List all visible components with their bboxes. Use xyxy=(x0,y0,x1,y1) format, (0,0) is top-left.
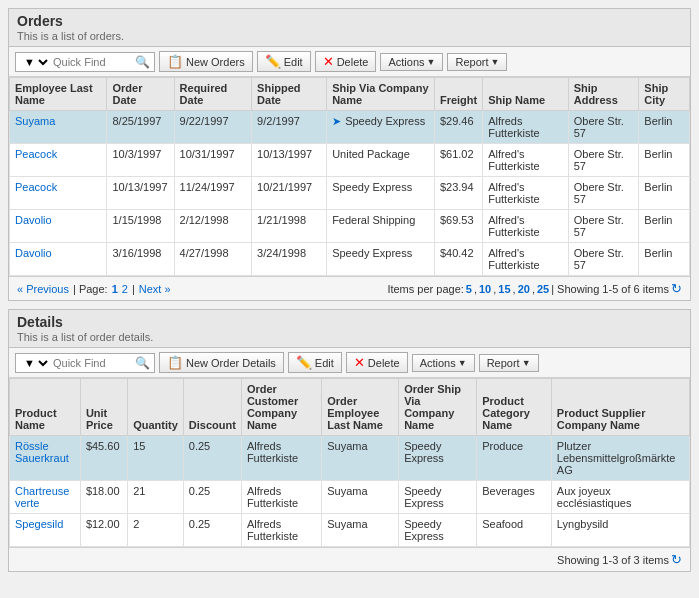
col-order-employee: Order Employee Last Name xyxy=(322,379,399,436)
required-date-cell: 10/31/1997 xyxy=(174,144,252,177)
category-cell: Produce xyxy=(477,436,552,481)
employee-link[interactable]: Peacock xyxy=(15,181,57,193)
details-table-row[interactable]: Rössle Sauerkraut $45.60 15 0.25 Alfreds… xyxy=(10,436,690,481)
required-date-cell: 11/24/1997 xyxy=(174,177,252,210)
ship-name-cell: Alfred's Futterkiste xyxy=(483,177,569,210)
detail-ship-via-cell: Speedy Express xyxy=(399,514,477,547)
ship-address-cell: Obere Str. 57 xyxy=(568,144,639,177)
details-report-dropdown[interactable]: Report ▼ xyxy=(479,354,539,372)
orders-page-label: | Page: xyxy=(73,283,108,295)
details-actions-dropdown[interactable]: Actions ▼ xyxy=(412,354,475,372)
report-caret-icon: ▼ xyxy=(490,57,499,67)
new-orders-icon: 📋 xyxy=(167,54,183,69)
orders-table: Employee Last Name Order Date Required D… xyxy=(9,77,690,276)
employee-link[interactable]: Davolio xyxy=(15,214,52,226)
col-order-customer: Order Customer Company Name xyxy=(241,379,321,436)
orders-next-link[interactable]: Next » xyxy=(139,283,171,295)
orders-edit-button[interactable]: ✏️ Edit xyxy=(257,51,311,72)
details-search-box: ▼ 🔍 xyxy=(15,353,155,373)
col-order-ship-via: Order Ship Via Company Name xyxy=(399,379,477,436)
unit-price-cell: $18.00 xyxy=(80,481,127,514)
ship-city-cell: Berlin xyxy=(639,243,690,276)
orders-per-page-10[interactable]: 10 xyxy=(479,283,491,295)
col-unit-price: Unit Price xyxy=(80,379,127,436)
details-edit-button[interactable]: ✏️ Edit xyxy=(288,352,342,373)
orders-table-row[interactable]: Peacock 10/13/1997 11/24/1997 10/21/1997… xyxy=(10,177,690,210)
detail-employee-cell: Suyama xyxy=(322,514,399,547)
details-table-row[interactable]: Spegesild $12.00 2 0.25 Alfreds Futterki… xyxy=(10,514,690,547)
orders-page-1-link[interactable]: 1 xyxy=(112,283,118,295)
orders-per-page-25[interactable]: 25 xyxy=(537,283,549,295)
required-date-cell: 9/22/1997 xyxy=(174,111,252,144)
orders-search-dropdown[interactable]: ▼ xyxy=(20,55,51,69)
product-name-link[interactable]: Chartreuse verte xyxy=(15,485,69,509)
details-pagination: Showing 1-3 of 3 items ↻ xyxy=(9,547,690,571)
details-delete-button[interactable]: ✕ Delete xyxy=(346,352,408,373)
required-date-cell: 2/12/1998 xyxy=(174,210,252,243)
details-table-row[interactable]: Chartreuse verte $18.00 21 0.25 Alfreds … xyxy=(10,481,690,514)
ship-name-cell: Alfreds Futterkiste xyxy=(483,111,569,144)
search-icon[interactable]: 🔍 xyxy=(135,55,150,69)
orders-table-row[interactable]: Davolio 1/15/1998 2/12/1998 1/21/1998 Fe… xyxy=(10,210,690,243)
detail-employee-cell: Suyama xyxy=(322,481,399,514)
orders-items-per-page-label: Items per page: xyxy=(387,283,463,295)
employee-link[interactable]: Suyama xyxy=(15,115,55,127)
orders-table-row[interactable]: Peacock 10/3/1997 10/31/1997 10/13/1997 … xyxy=(10,144,690,177)
orders-per-page-20[interactable]: 20 xyxy=(518,283,530,295)
col-ship-via: Ship Via Company Name xyxy=(327,78,435,111)
col-ship-name: Ship Name xyxy=(483,78,569,111)
delete-orders-icon: ✕ xyxy=(323,54,334,69)
details-refresh-icon[interactable]: ↻ xyxy=(671,552,682,567)
orders-new-button[interactable]: 📋 New Orders xyxy=(159,51,253,72)
ship-address-cell: Obere Str. 57 xyxy=(568,210,639,243)
order-employee-cell: Davolio xyxy=(10,243,107,276)
orders-table-row[interactable]: Suyama 8/25/1997 9/22/1997 9/2/1997 ➤Spe… xyxy=(10,111,690,144)
employee-link[interactable]: Peacock xyxy=(15,148,57,160)
order-employee-cell: Peacock xyxy=(10,177,107,210)
details-new-button[interactable]: 📋 New Order Details xyxy=(159,352,284,373)
orders-table-header-row: Employee Last Name Order Date Required D… xyxy=(10,78,690,111)
product-name-cell: Spegesild xyxy=(10,514,81,547)
discount-cell: 0.25 xyxy=(183,436,241,481)
details-search-dropdown[interactable]: ▼ xyxy=(20,356,51,370)
freight-cell: $40.42 xyxy=(434,243,482,276)
orders-report-dropdown[interactable]: Report ▼ xyxy=(447,53,507,71)
discount-cell: 0.25 xyxy=(183,481,241,514)
ship-city-cell: Berlin xyxy=(639,144,690,177)
details-showing-text: Showing 1-3 of 3 items xyxy=(557,554,669,566)
shipped-date-cell: 1/21/1998 xyxy=(252,210,327,243)
orders-prev-link[interactable]: « Previous xyxy=(17,283,69,295)
orders-per-page-5[interactable]: 5 xyxy=(466,283,472,295)
orders-search-input[interactable] xyxy=(53,56,133,68)
details-search-input[interactable] xyxy=(53,357,133,369)
product-name-cell: Chartreuse verte xyxy=(10,481,81,514)
orders-actions-dropdown[interactable]: Actions ▼ xyxy=(380,53,443,71)
col-ship-city: Ship City xyxy=(639,78,690,111)
ship-address-cell: Obere Str. 57 xyxy=(568,243,639,276)
employee-link[interactable]: Davolio xyxy=(15,247,52,259)
supplier-cell: Aux joyeux ecclésiastiques xyxy=(551,481,689,514)
details-toolbar: ▼ 🔍 📋 New Order Details ✏️ Edit ✕ Delete… xyxy=(9,348,690,378)
orders-delete-button[interactable]: ✕ Delete xyxy=(315,51,377,72)
details-search-icon[interactable]: 🔍 xyxy=(135,356,150,370)
order-employee-cell: Peacock xyxy=(10,144,107,177)
orders-showing-text: | Showing 1-5 of 6 items xyxy=(551,283,669,295)
product-name-link[interactable]: Spegesild xyxy=(15,518,63,530)
orders-title: Orders xyxy=(17,13,682,29)
orders-page-2-link[interactable]: 2 xyxy=(122,283,128,295)
orders-subtitle: This is a list of orders. xyxy=(17,30,682,42)
product-name-link[interactable]: Rössle Sauerkraut xyxy=(15,440,69,464)
col-freight: Freight xyxy=(434,78,482,111)
edit-details-icon: ✏️ xyxy=(296,355,312,370)
ship-via-cell: Federal Shipping xyxy=(327,210,435,243)
ship-city-cell: Berlin xyxy=(639,210,690,243)
orders-refresh-icon[interactable]: ↻ xyxy=(671,281,682,296)
required-date-cell: 4/27/1998 xyxy=(174,243,252,276)
ship-via-cell: Speedy Express xyxy=(327,177,435,210)
orders-table-row[interactable]: Davolio 3/16/1998 4/27/1998 3/24/1998 Sp… xyxy=(10,243,690,276)
orders-panel: Orders This is a list of orders. ▼ 🔍 📋 N… xyxy=(8,8,691,301)
col-shipped-date: Shipped Date xyxy=(252,78,327,111)
freight-cell: $61.02 xyxy=(434,144,482,177)
orders-per-page-15[interactable]: 15 xyxy=(498,283,510,295)
order-employee-cell: Davolio xyxy=(10,210,107,243)
